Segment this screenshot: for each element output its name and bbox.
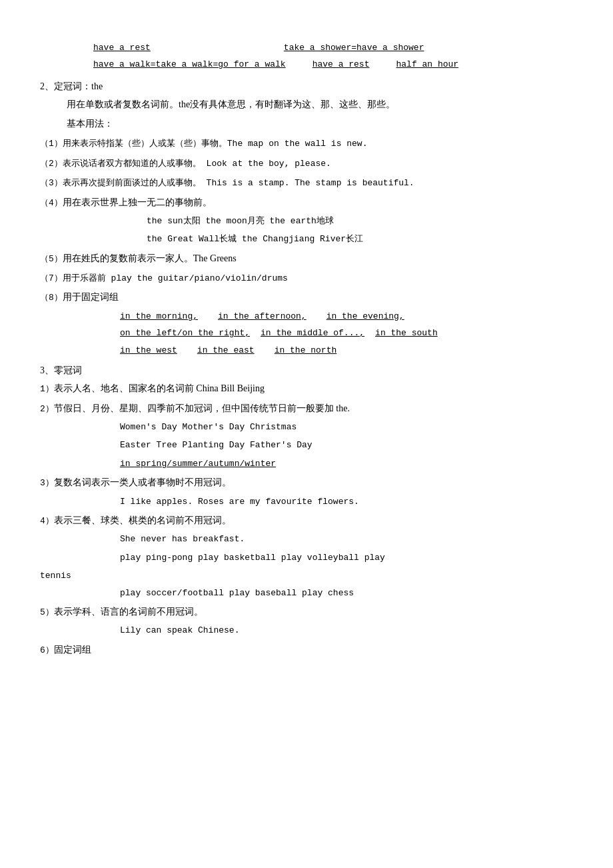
zero-item-2-num: 2） — [40, 404, 54, 414]
item-1-text: 用来表示特指某（些）人或某（些）事物。The map on the wall i… — [63, 139, 368, 149]
zero-item-4-text: 表示三餐、球类、棋类的名词前不用冠词。 — [54, 515, 231, 525]
item-3-text: 表示再次提到前面谈过的人或事物。 This is a stamp. The st… — [63, 178, 414, 188]
item-7-num: （7） — [40, 273, 63, 283]
item-7-text: 用于乐器前 play the guitar/piano/violin/drums — [63, 273, 288, 283]
item-1-num: （1） — [40, 139, 63, 149]
item-5-text: 用在姓氏的复数前表示一家人。The Greens — [63, 253, 237, 263]
sports-line3: play soccer/football play baseball play … — [40, 585, 573, 601]
item-4-text: 用在表示世界上独一无二的事物前。 — [63, 197, 212, 207]
fp-left-right: on the left/on the right, — [120, 325, 250, 341]
item-5-num: （5） — [40, 254, 63, 264]
item-3: （3）表示再次提到前面谈过的人或事物。 This is a stamp. The… — [40, 174, 573, 191]
phrases-row-2: have a walk=take a walk=go for a walk ha… — [40, 57, 573, 72]
meals-line1: She never has breakfast. — [40, 531, 573, 547]
item-4: （4）用在表示世界上独一无二的事物前。 — [40, 194, 573, 211]
zero-item-5: 5）表示学科、语言的名词前不用冠词。 — [40, 603, 573, 620]
zero-item-1-text: 表示人名、地名、国家名的名词前 China Bill Beijing — [54, 383, 265, 393]
main-content: have a rest take a shower=have a shower … — [40, 40, 573, 658]
section-3-header: 3、零冠词 — [40, 362, 573, 379]
item-1: （1）用来表示特指某（些）人或某（些）事物。The map on the wal… — [40, 135, 573, 151]
section-2-intro-1: 用在单数或者复数名词前。the没有具体意思，有时翻译为这、那、这些、那些。 — [40, 96, 573, 113]
language-line1: Lily can speak Chinese. — [40, 623, 573, 638]
item-4-num: （4） — [40, 198, 63, 208]
item-2-text: 表示说话者双方都知道的人或事物。 Look at the boy, please… — [63, 159, 331, 169]
zero-item-1: 1）表示人名、地名、国家名的名词前 China Bill Beijing — [40, 380, 573, 397]
zero-item-6: 6）固定词组 — [40, 641, 573, 658]
fp-evening: in the evening, — [326, 309, 404, 324]
section-2-intro-2: 基本用法： — [40, 115, 573, 132]
fixed-phrases-line3: in the west in the east in the north — [40, 343, 573, 358]
item-8-text: 用于固定词组 — [63, 292, 119, 302]
fp-afternoon: in the afternoon, — [218, 309, 306, 324]
holidays-line2: Easter Tree Planting Day Father's Day — [40, 437, 573, 453]
item-5: （5）用在姓氏的复数前表示一家人。The Greens — [40, 250, 573, 267]
fp-morning: in the morning, — [120, 309, 198, 324]
phrase-half-an-hour: half an hour — [396, 57, 458, 72]
zero-item-2: 2）节假日、月份、星期、四季前不加冠词，但中国传统节日前一般要加 the. — [40, 400, 573, 417]
zero-item-4: 4）表示三餐、球类、棋类的名词前不用冠词。 — [40, 512, 573, 529]
holidays-line1: Women's Day Mother's Day Christmas — [40, 419, 573, 435]
section-2-header: 2、定冠词：the — [40, 78, 573, 95]
phrases-row-1: have a rest take a shower=have a shower — [40, 40, 573, 55]
fixed-phrases-line1: in the morning, in the afternoon, in the… — [40, 309, 573, 324]
zero-item-6-num: 6） — [40, 645, 54, 655]
zero-item-6-text: 固定词组 — [54, 645, 91, 655]
fp-east: in the east — [197, 343, 255, 358]
zero-item-5-num: 5） — [40, 607, 54, 617]
item-3-num: （3） — [40, 178, 63, 188]
item-2: （2）表示说话者双方都知道的人或事物。 Look at the boy, ple… — [40, 155, 573, 171]
zero-item-3: 3）复数名词表示一类人或者事物时不用冠词。 — [40, 474, 573, 491]
fp-middle: in the middle of..., — [261, 325, 364, 341]
zero-item-2-text: 节假日、月份、星期、四季前不加冠词，但中国传统节日前一般要加 the. — [54, 403, 350, 413]
item-8-num: （8） — [40, 293, 63, 303]
sports-line1: play ping-pong play basketball play voll… — [40, 550, 573, 565]
item-2-num: （2） — [40, 159, 63, 169]
sports-line2: tennis — [40, 568, 573, 583]
zero-item-3-text: 复数名词表示一类人或者事物时不用冠词。 — [54, 477, 231, 487]
phrase-have-a-rest-2: have a rest — [312, 57, 370, 72]
holidays-line3: in spring/summer/autumn/winter — [40, 456, 573, 471]
fp-south: in the south — [375, 325, 438, 341]
phrase-have-a-rest-1: have a rest — [93, 40, 151, 55]
world-items-line2: the Great Wall长城 the Changjiang River长江 — [40, 231, 573, 247]
zero-item-5-text: 表示学科、语言的名词前不用冠词。 — [54, 607, 203, 617]
zero-item-1-num: 1） — [40, 384, 54, 394]
fp-north: in the north — [275, 343, 337, 358]
fixed-phrases-line2: on the left/on the right, in the middle … — [40, 325, 573, 341]
zero-item-4-num: 4） — [40, 516, 54, 526]
plural-line1: I like apples. Roses are my favourite fl… — [40, 494, 573, 509]
world-items-line1: the sun太阳 the moon月亮 the earth地球 — [40, 213, 573, 229]
item-8: （8）用于固定词组 — [40, 289, 573, 305]
phrase-have-a-walk: have a walk=take a walk=go for a walk — [93, 57, 286, 72]
fp-west: in the west — [120, 343, 177, 358]
phrase-take-a-shower: take a shower=have a shower — [284, 40, 424, 55]
item-7: （7）用于乐器前 play the guitar/piano/violin/dr… — [40, 269, 573, 286]
zero-item-3-num: 3） — [40, 478, 54, 488]
